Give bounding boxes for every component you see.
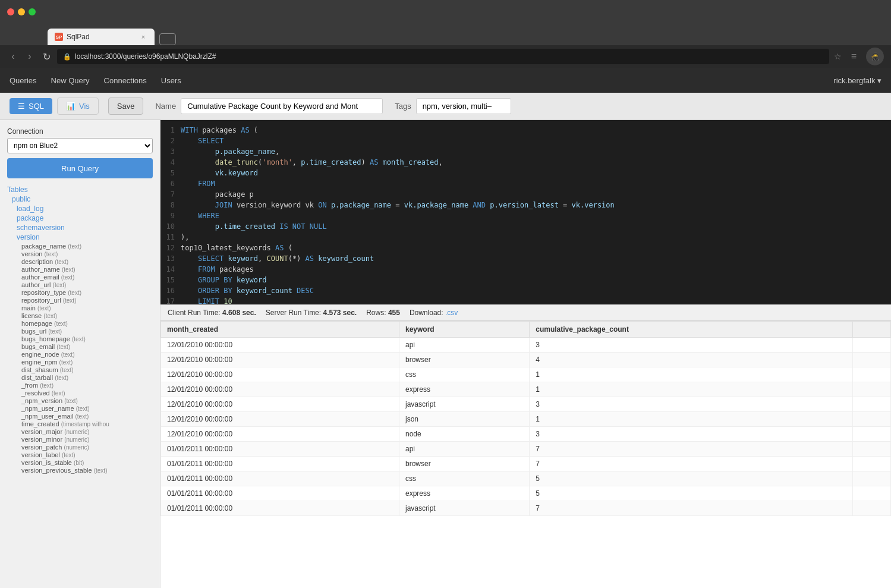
table-cell-empty: [852, 442, 890, 457]
table-row: 12/01/2010 00:00:00javascript3: [161, 397, 891, 412]
download-csv-link[interactable]: .csv: [445, 309, 458, 317]
table-row: 01/01/2011 00:00:00api7: [161, 442, 891, 457]
table-version[interactable]: version: [7, 233, 153, 241]
col-version-previous-stable: version_previous_stable (text): [7, 467, 153, 474]
table-cell: 1: [530, 412, 853, 427]
results-meta: Client Run Time: 4.608 sec. Server Run T…: [160, 304, 891, 321]
query-tags-input[interactable]: [416, 98, 511, 114]
table-cell: 5: [530, 471, 853, 486]
table-cell: javascript: [399, 397, 529, 412]
schema-name[interactable]: public: [7, 195, 153, 203]
code-editor[interactable]: 12345678910111213141516171819202122 WITH…: [160, 120, 891, 304]
new-tab-button[interactable]: [159, 33, 176, 45]
tab-title: SqlPad: [67, 33, 90, 41]
col-version-minor: version_minor (numeric): [7, 436, 153, 443]
table-package[interactable]: package: [7, 214, 153, 222]
connection-select[interactable]: npm on Blue2: [7, 138, 153, 153]
col-author-name: author_name (text): [7, 266, 153, 273]
minimize-button[interactable]: [18, 8, 25, 15]
col-version-label: version_label (text): [7, 451, 153, 458]
table-cell: 3: [530, 338, 853, 353]
run-query-button[interactable]: Run Query: [7, 158, 153, 178]
table-cell: 12/01/2010 00:00:00: [161, 367, 399, 382]
col-npm-user-email: _npm_user_email (text): [7, 413, 153, 420]
col-package-name: package_name (text): [7, 243, 153, 250]
table-row: 01/01/2011 00:00:00browser7: [161, 457, 891, 471]
col-header-month-created: month_created: [161, 322, 399, 338]
table-cell: 12/01/2010 00:00:00: [161, 382, 399, 397]
rows-label: Rows: 455: [366, 309, 400, 317]
table-cell: 7: [530, 501, 853, 516]
save-button[interactable]: Save: [108, 98, 144, 115]
table-schemaversion[interactable]: schemaversion: [7, 224, 153, 232]
forward-button[interactable]: ›: [24, 51, 36, 62]
table-cell: 12/01/2010 00:00:00: [161, 353, 399, 367]
table-cell-empty: [852, 501, 890, 516]
col-dist-shasum: dist_shasum (text): [7, 366, 153, 373]
table-row: 01/01/2011 00:00:00css5: [161, 471, 891, 486]
nav-item-queries[interactable]: Queries: [10, 74, 37, 87]
col-author-email: author_email (text): [7, 273, 153, 281]
server-run-time-label: Server Run Time: 4.573 sec.: [266, 309, 357, 317]
table-load-log[interactable]: load_log: [7, 205, 153, 213]
col-time-created: time_created (timestamp withou: [7, 420, 153, 427]
col-header-cumulative: cumulative_package_count: [530, 322, 853, 338]
sql-tab-button[interactable]: ☰ SQL: [10, 98, 52, 114]
bookmark-icon[interactable]: ☆: [834, 52, 842, 61]
table-cell: 12/01/2010 00:00:00: [161, 412, 399, 427]
user-avatar-icon: 🥷: [866, 48, 884, 65]
sql-icon: ☰: [18, 102, 25, 111]
vis-tab-label: Vis: [79, 102, 90, 111]
client-run-time-label: Client Run Time: 4.608 sec.: [168, 309, 256, 317]
maximize-button[interactable]: [29, 8, 36, 15]
vis-icon: 📊: [66, 102, 75, 111]
table-cell-empty: [852, 367, 890, 382]
nav-item-connections[interactable]: Connections: [104, 74, 147, 87]
url-input[interactable]: 🔒 localhost:3000/queries/o96paMLNQbaJrzl…: [57, 49, 829, 64]
table-cell: 12/01/2010 00:00:00: [161, 427, 399, 442]
table-cell: 12/01/2010 00:00:00: [161, 338, 399, 353]
browser-tab[interactable]: SP SqlPad ×: [48, 29, 155, 45]
url-lock-icon: 🔒: [63, 53, 71, 61]
line-numbers: 12345678910111213141516171819202122: [160, 120, 178, 304]
col-repository-type: repository_type (text): [7, 289, 153, 296]
table-row: 12/01/2010 00:00:00css1: [161, 367, 891, 382]
close-button[interactable]: [7, 8, 14, 15]
table-cell: 7: [530, 457, 853, 471]
table-row: 12/01/2010 00:00:00node3: [161, 427, 891, 442]
table-cell: express: [399, 486, 529, 501]
browser-menu-icon[interactable]: ≡: [851, 51, 857, 62]
table-cell: 7: [530, 442, 853, 457]
editor-area: 12345678910111213141516171819202122 WITH…: [160, 120, 891, 588]
table-cell-empty: [852, 397, 890, 412]
nav-user[interactable]: rick.bergfalk ▾: [833, 76, 881, 85]
col-npm-version: _npm_version (text): [7, 397, 153, 404]
table-cell: 3: [530, 397, 853, 412]
code-content[interactable]: WITH packages AS ( SELECT p.package_name…: [178, 120, 891, 304]
url-text: localhost:3000/queries/o96paMLNQbaJrzlZ#: [75, 52, 216, 61]
vis-tab-button[interactable]: 📊 Vis: [57, 98, 99, 115]
refresh-button[interactable]: ↻: [40, 51, 52, 62]
table-cell: api: [399, 442, 529, 457]
table-cell: browser: [399, 353, 529, 367]
tab-close-button[interactable]: ×: [139, 33, 147, 41]
tables-section: Tables public load_log package schemaver…: [7, 185, 153, 581]
col-bugs-homepage: bugs_homepage (text): [7, 335, 153, 342]
app: Queries New Query Connections Users rick…: [0, 68, 891, 588]
results-table-wrapper[interactable]: month_created keyword cumulative_package…: [160, 321, 891, 588]
table-cell-empty: [852, 338, 890, 353]
results-area: Client Run Time: 4.608 sec. Server Run T…: [160, 304, 891, 588]
table-cell: 01/01/2011 00:00:00: [161, 501, 399, 516]
back-button[interactable]: ‹: [7, 51, 19, 62]
table-row: 12/01/2010 00:00:00browser4: [161, 353, 891, 367]
query-name-input[interactable]: [181, 98, 383, 114]
table-header-row: month_created keyword cumulative_package…: [161, 322, 891, 338]
table-cell: 4: [530, 353, 853, 367]
table-row: 12/01/2010 00:00:00api3: [161, 338, 891, 353]
table-cell: 1: [530, 367, 853, 382]
nav-item-new-query[interactable]: New Query: [51, 74, 90, 87]
tables-title[interactable]: Tables: [7, 185, 153, 194]
table-row: 01/01/2011 00:00:00express5: [161, 486, 891, 501]
table-cell-empty: [852, 471, 890, 486]
nav-item-users[interactable]: Users: [161, 74, 181, 87]
